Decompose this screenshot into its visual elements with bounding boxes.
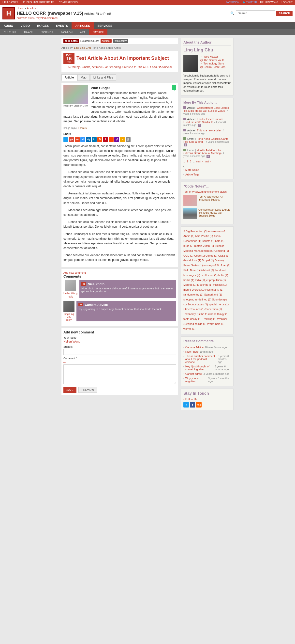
top-bar-twitter[interactable]: 🐦 TWITTER xyxy=(242,1,257,4)
tag-pigs-that-fly[interactable]: Pigs that fly (1) xyxy=(205,288,223,291)
tag-street-sounds[interactable]: Street Sounds (1) xyxy=(183,308,205,310)
share-aim[interactable]: a xyxy=(120,137,125,142)
tag-random-entry[interactable]: random entry (1) xyxy=(183,293,203,296)
share-gplus[interactable]: g+ xyxy=(69,137,74,142)
nav-audio[interactable]: AUDIO xyxy=(0,22,17,29)
code-note-2-link[interactable]: Consectetuer Esse Exputo Ille Jugis Maet… xyxy=(198,208,230,217)
share-blogger[interactable]: B xyxy=(97,137,102,142)
follow-us-link[interactable]: Follow Us xyxy=(183,398,231,400)
tag-trumbone[interactable]: the trumbone thingy (1) xyxy=(201,312,229,316)
article-tags-link[interactable]: Article Tags xyxy=(185,173,199,176)
tag-india[interactable]: India (1) xyxy=(195,278,205,282)
tag-shopping[interactable]: shopping re-defined (1) xyxy=(183,298,211,301)
tag-drupal-tag[interactable]: Drupal (1) xyxy=(202,259,214,262)
social-facebook[interactable]: f xyxy=(190,402,195,408)
tag-bars[interactable]: bars (4) xyxy=(215,240,225,242)
tag-a-big-production[interactable]: A Big Production (3) xyxy=(183,230,208,233)
social-twitter[interactable]: t xyxy=(183,402,189,408)
page-next[interactable]: next › xyxy=(196,160,203,163)
tag-climbing[interactable]: Climbing (1) xyxy=(214,249,229,252)
top-bar-facebook[interactable]: f FACEBOOK xyxy=(225,1,240,4)
top-bar-hello-corp[interactable]: HELLO CORP. xyxy=(2,1,19,4)
tag-worms[interactable]: worms (1) xyxy=(183,327,195,330)
tag-herbs[interactable]: herbs (1) xyxy=(183,278,194,282)
share-reddit[interactable]: r xyxy=(109,137,114,142)
tag-missiles[interactable]: missiles (1) xyxy=(213,283,227,286)
tag-samarkand[interactable]: Samarkand (1) xyxy=(204,293,222,296)
tag-jet-propulsion[interactable]: jet propulsion (1) xyxy=(206,278,226,282)
nav-events[interactable]: EVENTS xyxy=(52,22,71,29)
page-last[interactable]: last » xyxy=(205,160,211,163)
nav-culture[interactable]: CULTURE xyxy=(0,29,20,35)
tag-soundscapes[interactable]: Soundscapes (1) xyxy=(188,303,208,306)
breadcrumb-home[interactable]: Home xyxy=(17,7,24,10)
flowers-link[interactable]: Flowers xyxy=(78,127,86,130)
nav-articles[interactable]: ARTICLES xyxy=(71,22,94,29)
logo-box[interactable]: H xyxy=(2,7,15,20)
add-comment-link-top[interactable]: Add new comment xyxy=(63,271,86,274)
page-2[interactable]: 2 xyxy=(187,160,188,163)
tag-css3[interactable]: CSS3 (1) xyxy=(218,254,229,257)
recent-comment-3-link[interactable]: This is another comment about the podcas… xyxy=(185,354,217,364)
comment-1-reply[interactable]: reply xyxy=(68,295,73,298)
share-digg[interactable]: dg xyxy=(86,137,91,142)
tag-coffee[interactable]: Coffee (1) xyxy=(206,254,218,257)
share-stumbleupon[interactable]: su xyxy=(75,137,80,142)
search-button[interactable]: SEARCH xyxy=(276,11,293,16)
tag-cod[interactable]: COD (1) xyxy=(183,254,194,257)
nav-nature[interactable]: NATURE xyxy=(89,29,107,35)
recent-comment-4-link[interactable]: Hey I just thought of something else... xyxy=(185,365,214,371)
comment-2-reply[interactable]: reply xyxy=(66,319,72,322)
form-subject-input[interactable] xyxy=(63,349,176,355)
tag-mount-everest[interactable]: mount everest (1) xyxy=(183,288,205,291)
recent-comment-1-link[interactable]: Camera Advice xyxy=(185,346,204,349)
share-delicious[interactable]: d xyxy=(80,137,85,142)
recent-comment-6-link[interactable]: Why you so negative xyxy=(185,377,207,383)
share-yahoo[interactable]: y! xyxy=(114,137,119,142)
page-1[interactable]: 1 xyxy=(183,160,185,163)
more-about-link[interactable]: More About xyxy=(185,168,199,171)
tab-links-files[interactable]: Links and Files xyxy=(90,74,116,81)
tag-code[interactable]: Code (1) xyxy=(194,254,205,257)
recent-comment-2-link[interactable]: Nice Photo xyxy=(185,350,199,353)
code-note-1-link[interactable]: Test Article About An Important Subject xyxy=(198,195,223,201)
tag-buffalo-jump[interactable]: Buffalo Jump (1) xyxy=(194,244,214,247)
save-button[interactable]: SAVE xyxy=(63,387,76,393)
social-rss[interactable]: rss xyxy=(196,402,202,408)
tag-barista[interactable]: Barista (1) xyxy=(202,240,214,242)
page-3[interactable]: 3 xyxy=(190,160,191,163)
nav-fashion[interactable]: FASHION xyxy=(57,29,76,35)
share-pinterest[interactable]: P xyxy=(103,137,108,142)
tag-taxonomy-tag[interactable]: Taxonomy (1) xyxy=(183,312,200,316)
tag-dental-floss[interactable]: dental floss (1) xyxy=(183,259,201,262)
tag-worm-hole[interactable]: Worm-hole (1) xyxy=(207,322,225,325)
tag-meetings[interactable]: Meetings (1) xyxy=(197,283,212,286)
tab-article[interactable]: Article xyxy=(61,74,77,81)
search-input[interactable] xyxy=(236,10,275,16)
share-email[interactable]: @ xyxy=(126,137,131,142)
tag-special-herbs[interactable]: special herbs (1) xyxy=(209,303,229,306)
breadcrumb-articles[interactable]: Articles xyxy=(27,7,36,10)
tag-healthcare[interactable]: healthcare (1) xyxy=(201,274,218,276)
nav-video[interactable]: VIDEO xyxy=(17,22,33,29)
form-comment-textarea[interactable] xyxy=(63,364,176,384)
recent-comment-5-link[interactable]: Cannot agree! xyxy=(185,372,203,375)
nav-science[interactable]: SCIENCE xyxy=(38,29,57,35)
share-twitter[interactable]: t xyxy=(63,137,68,142)
tag-field-note[interactable]: Field Note (1) xyxy=(183,269,200,272)
nav-services[interactable]: SERVICES xyxy=(94,22,116,29)
tag-world-collide[interactable]: world collide (1) xyxy=(188,322,207,325)
tag-birds[interactable]: birds (7) xyxy=(183,244,193,247)
tag-fish-bait[interactable]: fish bait (3) xyxy=(201,269,214,272)
top-bar-user[interactable]: HELLEN WONG xyxy=(260,1,278,4)
nav-images[interactable]: IMAGES xyxy=(33,22,52,29)
top-bar-logout[interactable]: LOG OUT xyxy=(282,1,293,4)
top-bar-conferences[interactable]: CONFERENCES xyxy=(59,1,78,4)
tab-map[interactable]: Map xyxy=(77,74,89,81)
tag-ecstasy[interactable]: ecstasy of St. Joan (2) xyxy=(204,264,230,267)
article-author-link[interactable]: Ling Ling Chu xyxy=(74,46,91,49)
preview-button[interactable]: PREVIEW xyxy=(78,387,97,393)
top-bar-publishing[interactable]: PUBLISHING PROPERTIES xyxy=(23,1,54,4)
bookmark-icon[interactable] xyxy=(172,85,176,90)
tag-trekking[interactable]: Trekking (1) xyxy=(202,318,216,320)
